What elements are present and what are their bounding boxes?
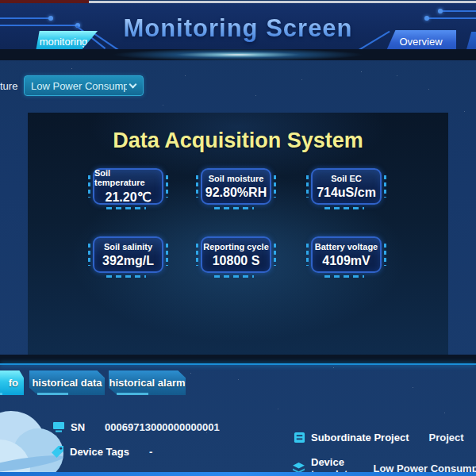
metric-label: Soil temperature	[94, 168, 162, 187]
tab-historical-data-label: historical data	[32, 377, 102, 389]
card-frame-decoration	[106, 275, 145, 278]
device-tags-label: Device Tags	[70, 446, 129, 458]
metric-card-reporting-cycle: Reporting cycle 10800 S	[201, 236, 271, 273]
card-frame-decoration	[214, 207, 253, 209]
metric-label: Reporting cycle	[203, 242, 269, 251]
chevron-down-icon	[129, 80, 137, 88]
metric-label: Soil EC	[331, 174, 362, 183]
card-frame-decoration	[106, 207, 145, 209]
separator-band	[0, 355, 476, 364]
device-tags-row: Device Tags -	[51, 445, 152, 459]
metric-value: 92.80%RH	[205, 186, 267, 200]
sn-label: SN	[71, 421, 85, 433]
tab-basic-info[interactable]: fo	[0, 370, 24, 395]
metric-label: Soil moisture	[209, 174, 264, 183]
device-info-panel: SN 00069713000000000001 Device Tags - Su…	[0, 397, 476, 473]
tab-historical-alarm[interactable]: historical alarm	[109, 370, 186, 395]
device-image	[0, 401, 73, 476]
metric-card-soil-salinity: Soil salinity 392mg/L	[93, 236, 163, 273]
metric-value: 21.20℃	[105, 190, 151, 205]
metric-card-soil-temperature: Soil temperature 21.20℃	[93, 168, 163, 205]
circuit-line	[441, 10, 476, 12]
card-frame-decoration	[324, 275, 363, 278]
dropdown-value: Low Power Consumption	[31, 80, 127, 92]
subordinate-project-row: Subordinate Project Project	[294, 432, 464, 443]
metric-label: Soil salinity	[104, 242, 152, 251]
document-icon	[294, 432, 305, 443]
separator-glow-line	[0, 363, 476, 365]
tag-icon	[51, 445, 64, 459]
tab-basic-info-label: fo	[9, 377, 18, 389]
device-template-dropdown[interactable]: Low Power Consumption	[24, 75, 144, 96]
panel-title: Data Acquisition System	[28, 129, 448, 153]
light-flare-decoration	[40, 46, 436, 62]
metric-value: 4109mV	[322, 254, 370, 268]
circuit-dot	[438, 9, 443, 13]
metric-value: 714uS/cm	[317, 186, 376, 200]
monitoring-screen-page: Monitoring Screen monitoring Overview tu…	[0, 0, 476, 476]
metric-card-battery-voltage: Battery voltage 4109mV	[311, 236, 382, 273]
star-specks-decoration	[0, 0, 1, 1]
card-frame-decoration	[214, 275, 253, 278]
header: Monitoring Screen monitoring Overview	[0, 3, 476, 49]
tab-historical-data[interactable]: historical data	[29, 370, 105, 395]
metric-card-soil-ec: Soil EC 714uS/cm	[311, 168, 382, 205]
sn-value: 00069713000000000001	[105, 421, 220, 433]
tab-historical-alarm-label: historical alarm	[109, 377, 185, 389]
cropped-left-label: ture	[0, 80, 17, 92]
subordinate-project-value: Project	[429, 432, 464, 443]
data-acquisition-panel: Data Acquisition System Soil temperature…	[28, 113, 448, 355]
card-frame-decoration	[324, 207, 363, 209]
bottom-accent-strip	[0, 472, 476, 476]
metric-value: 10800 S	[213, 254, 260, 268]
device-tags-value: -	[149, 446, 152, 458]
metric-card-soil-moisture: Soil moisture 92.80%RH	[201, 168, 271, 205]
monitor-icon	[52, 420, 65, 433]
subordinate-project-label: Subordinate Project	[311, 432, 409, 443]
metric-value: 392mg/L	[102, 254, 154, 268]
sn-row: SN 00069713000000000001	[52, 420, 220, 433]
metric-label: Battery voltage	[315, 242, 378, 251]
header-bottom-band	[0, 49, 476, 60]
